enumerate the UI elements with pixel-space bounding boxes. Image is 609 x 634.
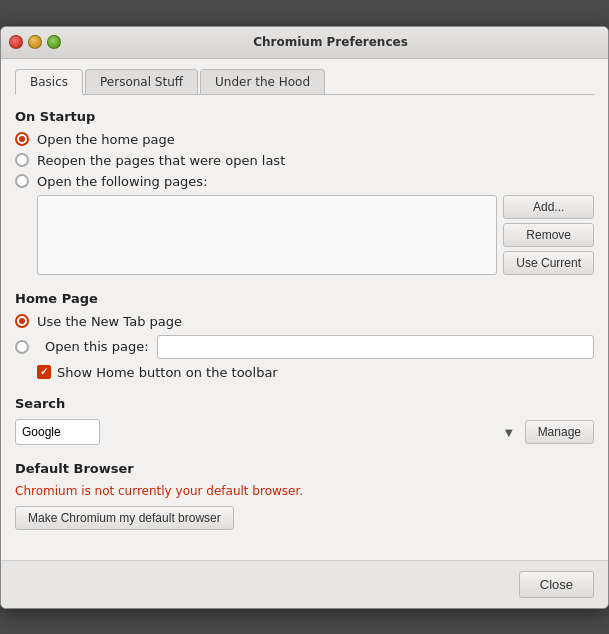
maximize-window-button[interactable] xyxy=(47,35,61,49)
startup-title: On Startup xyxy=(15,109,594,124)
make-default-button[interactable]: Make Chromium my default browser xyxy=(15,506,234,530)
remove-button[interactable]: Remove xyxy=(503,223,594,247)
startup-following-label: Open the following pages: xyxy=(37,174,208,189)
startup-following-radio[interactable] xyxy=(15,174,29,188)
close-window-button[interactable] xyxy=(9,35,23,49)
homepage-openpage-radio[interactable] xyxy=(15,340,29,354)
preferences-window: Chromium Preferences Basics Personal Stu… xyxy=(0,26,609,609)
homepage-newtab-radio[interactable] xyxy=(15,314,29,328)
minimize-window-button[interactable] xyxy=(28,35,42,49)
show-home-checkbox[interactable] xyxy=(37,365,51,379)
default-browser-section: Default Browser Chromium is not currentl… xyxy=(15,461,594,530)
manage-search-button[interactable]: Manage xyxy=(525,420,594,444)
show-home-label: Show Home button on the toolbar xyxy=(57,365,278,380)
homepage-title: Home Page xyxy=(15,291,594,306)
startup-option-reopen: Reopen the pages that were open last xyxy=(15,153,594,168)
search-title: Search xyxy=(15,396,594,411)
default-browser-warning: Chromium is not currently your default b… xyxy=(15,484,594,498)
startup-option-home: Open the home page xyxy=(15,132,594,147)
close-button[interactable]: Close xyxy=(519,571,594,598)
add-button[interactable]: Add... xyxy=(503,195,594,219)
show-home-button-row: Show Home button on the toolbar xyxy=(37,365,594,380)
tab-bar: Basics Personal Stuff Under the Hood xyxy=(15,69,594,95)
search-engine-select[interactable]: Google Bing Yahoo! DuckDuckGo xyxy=(15,419,100,445)
homepage-newtab-row: Use the New Tab page xyxy=(15,314,594,329)
footer-bar: Close xyxy=(1,560,608,608)
select-arrow-icon: ▼ xyxy=(505,426,513,437)
pages-buttons: Add... Remove Use Current xyxy=(503,195,594,275)
search-row: Google Bing Yahoo! DuckDuckGo ▼ Manage xyxy=(15,419,594,445)
startup-section: On Startup Open the home page Reopen the… xyxy=(15,109,594,275)
homepage-openpage-row: Open this page: xyxy=(15,335,594,359)
homepage-openpage-label: Open this page: xyxy=(45,339,149,354)
startup-home-radio[interactable] xyxy=(15,132,29,146)
tab-basics[interactable]: Basics xyxy=(15,69,83,95)
default-browser-title: Default Browser xyxy=(15,461,594,476)
search-section: Search Google Bing Yahoo! DuckDuckGo ▼ M… xyxy=(15,396,594,445)
homepage-url-input[interactable] xyxy=(157,335,594,359)
pages-area: Add... Remove Use Current xyxy=(37,195,594,275)
search-select-wrapper: Google Bing Yahoo! DuckDuckGo ▼ xyxy=(15,419,519,445)
tab-under-the-hood[interactable]: Under the Hood xyxy=(200,69,325,94)
pages-textarea[interactable] xyxy=(37,195,497,275)
homepage-section: Home Page Use the New Tab page Open this… xyxy=(15,291,594,380)
use-current-button[interactable]: Use Current xyxy=(503,251,594,275)
tab-personal-stuff[interactable]: Personal Stuff xyxy=(85,69,198,94)
window-controls xyxy=(9,35,61,49)
startup-reopen-radio[interactable] xyxy=(15,153,29,167)
startup-option-following: Open the following pages: xyxy=(15,174,594,189)
startup-home-label: Open the home page xyxy=(37,132,175,147)
titlebar: Chromium Preferences xyxy=(1,27,608,59)
homepage-newtab-label: Use the New Tab page xyxy=(37,314,182,329)
window-title: Chromium Preferences xyxy=(61,35,600,49)
content-area: Basics Personal Stuff Under the Hood On … xyxy=(1,59,608,560)
startup-reopen-label: Reopen the pages that were open last xyxy=(37,153,285,168)
